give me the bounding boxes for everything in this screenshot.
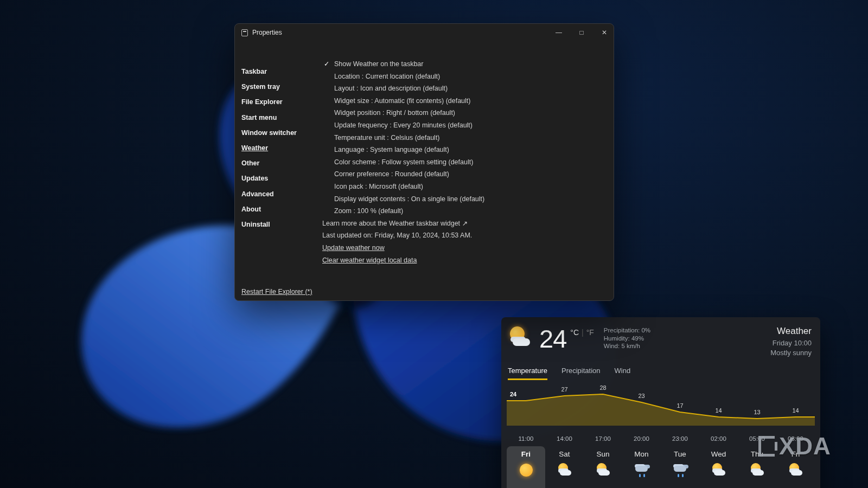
maximize-icon[interactable]: □: [578, 29, 585, 36]
setting-language[interactable]: Language : System language (default): [322, 144, 605, 156]
setting-zoom[interactable]: Zoom : 100 % (default): [322, 205, 605, 217]
sidebar-item-updates[interactable]: Updates: [241, 171, 297, 186]
day-label: Wed: [699, 450, 738, 458]
day-cell-sat[interactable]: Sat: [545, 446, 584, 488]
time-label: 11:00: [507, 435, 545, 442]
svg-text:28: 28: [599, 384, 606, 391]
minimize-icon[interactable]: —: [555, 29, 563, 36]
setting-icon-pack[interactable]: Icon pack : Microsoft (default): [322, 181, 605, 193]
setting-show-weather-label: Show Weather on the taskbar: [334, 60, 423, 68]
sidebar-item-file-explorer[interactable]: File Explorer: [241, 94, 297, 110]
setting-temperature-unit[interactable]: Temperature unit : Celsius (default): [322, 132, 605, 144]
svg-text:13: 13: [754, 409, 760, 415]
update-weather-now-link[interactable]: Update weather now: [322, 242, 605, 254]
svg-text:14: 14: [792, 407, 799, 414]
day-cell-sun[interactable]: Sun: [584, 446, 622, 488]
svg-text:24: 24: [510, 391, 517, 397]
time-label: 02:00: [699, 435, 738, 442]
weather-settings-panel: ✓ Show Weather on the taskbar Location :…: [322, 58, 605, 266]
unit-divider: |: [582, 328, 584, 337]
day-label: Sun: [584, 450, 622, 458]
unit-fahrenheit[interactable]: °F: [586, 328, 594, 337]
day-cell-wed[interactable]: Wed: [699, 446, 738, 488]
sidebar-item-advanced[interactable]: Advanced: [241, 187, 297, 202]
window-title: Properties: [252, 29, 282, 36]
svg-text:14: 14: [715, 407, 722, 414]
time-label: 17:00: [584, 435, 622, 442]
rainy-icon: [672, 462, 688, 478]
setting-display-widget-contents[interactable]: Display widget contents : On a single li…: [322, 193, 605, 206]
settings-sidebar: Taskbar System tray File Explorer Start …: [241, 64, 297, 232]
tab-temperature[interactable]: Temperature: [508, 367, 547, 380]
sidebar-item-about[interactable]: About: [241, 202, 297, 217]
day-label: Sat: [545, 450, 584, 458]
setting-color-scheme[interactable]: Color scheme : Follow system setting (de…: [322, 156, 605, 169]
sidebar-item-other[interactable]: Other: [241, 156, 297, 171]
day-cell-tue[interactable]: Tue: [661, 446, 699, 488]
properties-app-icon: [241, 29, 248, 36]
temperature-chart: 2427282317141314: [507, 382, 815, 434]
xda-text: XDA: [779, 433, 831, 460]
setting-update-frequency[interactable]: Update frequency : Every 20 minutes (def…: [322, 119, 605, 132]
current-weather-icon: [508, 326, 533, 348]
current-temperature: 24: [539, 326, 566, 351]
xda-logo-icon: [758, 436, 775, 457]
tab-precipitation[interactable]: Precipitation: [561, 367, 601, 380]
svg-text:27: 27: [561, 386, 567, 393]
clear-weather-data-link[interactable]: Clear weather widget local data: [322, 254, 605, 267]
restart-file-explorer-link[interactable]: Restart File Explorer (*): [241, 288, 312, 296]
sidebar-item-window-switcher[interactable]: Window switcher: [241, 125, 297, 140]
sidebar-item-start-menu[interactable]: Start menu: [241, 110, 297, 125]
weather-details: Precipitation: 0% Humidity: 49% Wind: 5 …: [604, 326, 650, 350]
weather-flyout: 24 °C | °F Precipitation: 0% Humidity: 4…: [501, 317, 820, 488]
wind-value: Wind: 5 km/h: [604, 342, 650, 350]
xda-watermark: XDA: [758, 433, 831, 460]
svg-text:23: 23: [638, 393, 644, 399]
time-label: 14:00: [545, 435, 584, 442]
sunny-icon: [518, 462, 534, 478]
titlebar[interactable]: Properties — □ ✕: [235, 24, 614, 41]
sidebar-item-weather[interactable]: Weather: [241, 140, 297, 156]
tab-wind[interactable]: Wind: [615, 367, 631, 380]
properties-window: Properties — □ ✕ Taskbar System tray Fil…: [234, 23, 614, 301]
day-label: Tue: [661, 450, 699, 458]
learn-more-link[interactable]: Learn more about the Weather taskbar wid…: [322, 217, 605, 230]
sidebar-item-taskbar[interactable]: Taskbar: [241, 64, 297, 79]
setting-layout[interactable]: Layout : Icon and description (default): [322, 82, 605, 95]
svg-text:17: 17: [676, 402, 683, 409]
time-label: 20:00: [622, 435, 661, 442]
day-label: Fri: [507, 450, 545, 458]
setting-widget-position[interactable]: Widget position : Right / bottom (defaul…: [322, 107, 605, 119]
time-label: 23:00: [661, 435, 699, 442]
setting-corner-preference[interactable]: Corner preference : Rounded (default): [322, 168, 605, 181]
setting-show-weather[interactable]: ✓ Show Weather on the taskbar: [322, 58, 605, 70]
widget-condition: Mostly sunny: [770, 348, 812, 358]
sidebar-item-uninstall[interactable]: Uninstall: [241, 217, 297, 232]
forecast-tabs: Temperature Precipitation Wind: [501, 367, 820, 380]
partly-sunny-icon: [788, 462, 804, 478]
widget-title: Weather: [770, 326, 812, 337]
day-label: Mon: [622, 450, 661, 458]
widget-datetime: Friday 10:00: [770, 338, 812, 348]
humidity-value: Humidity: 49%: [604, 335, 650, 343]
rainy-icon: [634, 462, 650, 478]
partly-sunny-icon: [557, 462, 573, 478]
partly-sunny-icon: [595, 462, 611, 478]
setting-location[interactable]: Location : Current location (default): [322, 70, 605, 83]
setting-widget-size[interactable]: Widget size : Automatic (fit contents) (…: [322, 95, 605, 107]
unit-celsius[interactable]: °C: [570, 328, 579, 337]
partly-sunny-icon: [711, 462, 727, 478]
sidebar-item-system-tray[interactable]: System tray: [241, 79, 297, 94]
precipitation-value: Precipitation: 0%: [604, 326, 650, 335]
partly-sunny-icon: [749, 462, 765, 478]
close-icon[interactable]: ✕: [601, 29, 608, 36]
day-cell-fri[interactable]: Fri: [507, 446, 545, 488]
day-cell-mon[interactable]: Mon: [622, 446, 661, 488]
check-icon: ✓: [324, 58, 329, 70]
last-updated-text: Last updated on: Friday, May 10, 2024, 1…: [322, 229, 605, 242]
